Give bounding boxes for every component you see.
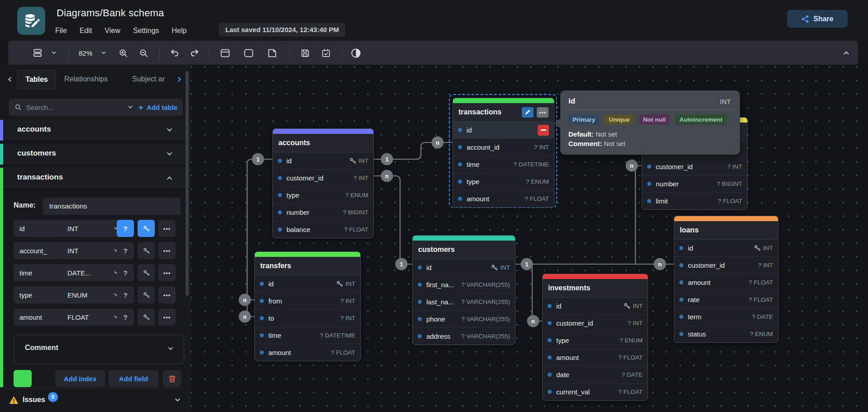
table-title-row[interactable]: investments [543,279,648,298]
diagram-table-loans[interactable]: loansidINTcustomer_id? INTamount? FLOATr… [674,216,778,343]
add-table-sidebar-button[interactable]: + Add table [133,99,183,116]
primary-key-toggle-button[interactable] [138,242,155,259]
table-color-swatch[interactable] [14,370,32,387]
field-name-input[interactable]: time [14,264,64,281]
comment-section[interactable]: Comment [14,335,184,364]
search-input[interactable]: Search... [9,99,138,116]
field-name-input[interactable]: amount [14,308,64,326]
table-row[interactable]: amount? FLOAT [543,349,648,366]
add-table-button[interactable] [216,41,234,65]
table-title-row[interactable]: transactions••• [453,103,554,122]
delete-table-button[interactable] [163,370,181,387]
primary-key-toggle-button[interactable] [138,264,155,281]
table-row[interactable]: time? DATETIME [255,327,360,344]
table-row[interactable]: number? BIGINT [642,175,747,193]
table-row[interactable]: customer_id? INT [273,170,373,187]
table-row[interactable]: first_na...? VARCHAR(255) [413,276,515,294]
table-row[interactable]: type? ENUM [453,173,554,190]
field-type-select[interactable]: INT [62,242,124,259]
app-logo-database-pencil-icon[interactable] [17,7,45,35]
diagram-table-customers[interactable]: customersidINTfirst_na...? VARCHAR(255)l… [412,235,515,345]
issues-label[interactable]: Issues [23,396,45,404]
table-row[interactable]: last_na...? VARCHAR(255) [413,294,515,311]
table-row[interactable]: type? ENUM [543,332,648,349]
sidebar-item-transactions[interactable]: transactions [0,168,191,189]
table-row[interactable]: type? ENUM [273,187,373,204]
table-row[interactable]: balance? FLOAT [273,221,373,238]
table-more-options-button[interactable]: ••• [537,107,548,118]
primary-key-toggle-button[interactable] [138,220,155,237]
add-subject-area-button[interactable] [240,41,257,65]
zoom-in-button[interactable] [115,41,131,65]
field-type-select[interactable]: INT [62,220,124,237]
table-row[interactable]: idINT [273,152,373,170]
table-row[interactable]: current_val? FLOAT [543,384,648,400]
field-type-select[interactable]: ENUM [62,286,124,303]
sidebar-item-customers[interactable]: customers [0,144,191,166]
todo-calendar-button[interactable] [317,41,334,65]
primary-key-toggle-button[interactable] [138,308,155,326]
share-button[interactable]: Share [787,10,848,28]
menu-item-file[interactable]: File [55,27,67,35]
sidebar-item-accounts[interactable]: accounts [0,120,191,142]
search-caret-icon[interactable] [128,104,133,110]
field-more-options-button[interactable]: ••• [158,220,176,237]
table-row[interactable]: number? BIGINT [273,204,373,221]
table-row[interactable]: address? VARCHAR(255) [413,328,515,345]
tab-subject-ar[interactable]: Subject ar [124,70,172,88]
primary-key-toggle-button[interactable] [138,286,155,303]
diagram-table-accounts[interactable]: accountsidINTcustomer_id? INTtype? ENUMn… [272,128,374,238]
sidebar-scrollbar[interactable] [186,71,189,296]
collapse-toolbar-chevron-up-icon[interactable] [837,41,855,65]
zoom-level-display[interactable]: 82% [74,41,97,65]
relationship-line[interactable] [515,264,542,321]
table-row[interactable]: rate? FLOAT [674,291,778,308]
nullable-toggle-button[interactable]: ? [117,264,134,281]
undo-button[interactable] [167,41,183,65]
menu-item-edit[interactable]: Edit [80,27,92,35]
diagram-table-transfers[interactable]: transfersidINTfrom? INTto? INTtime? DATE… [254,251,361,361]
relationship-line[interactable] [635,166,642,264]
add-field-button[interactable]: Add field [109,370,158,387]
nullable-toggle-button[interactable]: ? [117,242,134,259]
table-title-row[interactable]: accounts [273,134,373,152]
zoom-level-caret-icon[interactable] [100,41,108,65]
menu-item-view[interactable]: View [105,27,120,35]
table-row[interactable]: term? DATE [674,308,778,326]
table-row[interactable]: idINT [543,298,648,315]
table-row[interactable]: status? ENUM [674,326,778,342]
tabs-scroll-left-chevron-icon[interactable] [4,70,15,88]
relationship-line[interactable] [373,176,412,264]
table-row[interactable]: idINT [255,275,360,293]
field-more-options-button[interactable]: ••• [158,264,176,281]
field-name-input[interactable]: account_ [14,242,64,259]
table-row[interactable]: customer_id? INT [642,158,747,175]
table-title-row[interactable]: loans [674,221,778,240]
theme-toggle-button[interactable] [347,41,365,65]
field-more-options-button[interactable]: ••• [158,286,176,303]
menu-item-settings[interactable]: Settings [133,27,159,35]
add-note-button[interactable] [263,41,281,65]
table-row[interactable]: amount? FLOAT [453,190,554,207]
table-row[interactable]: limit? FLOAT [642,193,747,209]
diagram-view-caret-icon[interactable] [50,41,58,65]
table-row[interactable]: customer_id? INT [543,315,648,332]
zoom-out-button[interactable] [135,41,152,65]
field-type-select[interactable]: FLOAT [62,308,124,326]
table-row[interactable]: customer_id? INT [674,257,778,274]
tab-tables[interactable]: Tables [17,70,56,89]
nullable-toggle-button[interactable]: ? [117,286,134,303]
field-more-options-button[interactable]: ••• [158,308,176,326]
menu-item-help[interactable]: Help [172,27,187,35]
nullable-toggle-button[interactable]: ? [117,308,134,326]
table-row[interactable]: idINT [413,259,515,276]
edit-table-button[interactable] [522,107,534,118]
diagram-view-button[interactable] [27,41,48,65]
diagram-table-investments[interactable]: investmentsidINTcustomer_id? INTtype? EN… [542,274,648,401]
table-title-row[interactable]: customers [413,241,515,259]
table-row[interactable]: account_id? INT [453,139,554,156]
add-index-button[interactable]: Add index [55,370,105,387]
comment-chevron-down-icon[interactable] [167,346,174,352]
table-row[interactable]: amount? FLOAT [674,274,778,291]
remove-field-button[interactable] [538,125,549,136]
